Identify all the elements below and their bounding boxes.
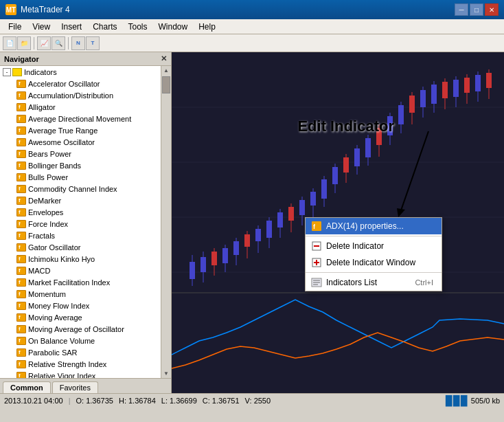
context-item-delete-window[interactable]: Delete Indicator Window	[306, 254, 442, 271]
svg-rect-14	[233, 241, 239, 255]
list-item[interactable]: Gator Oscillator	[0, 241, 171, 253]
menu-view[interactable]: View	[27, 21, 56, 33]
list-item[interactable]: Bulls Power	[0, 171, 171, 183]
navigator-tabs: Common Favorites	[0, 378, 171, 393]
toolbar-btn-chart[interactable]: 📈	[37, 36, 51, 50]
close-button[interactable]: ✕	[485, 3, 499, 16]
list-item[interactable]: Bears Power	[0, 148, 171, 159]
svg-rect-18	[255, 229, 261, 241]
svg-rect-58	[475, 75, 481, 91]
svg-rect-50	[431, 85, 437, 104]
item-label: Fractals	[28, 232, 55, 240]
minimize-button[interactable]: ─	[455, 3, 468, 16]
scrollbar[interactable]: ▲ ▼	[161, 66, 171, 378]
list-item[interactable]: On Balance Volume	[0, 335, 171, 346]
svg-rect-38	[365, 138, 371, 157]
toolbar-btn-open[interactable]: 📁	[17, 36, 31, 50]
list-item[interactable]: Alligator	[0, 101, 171, 113]
menu-file[interactable]: File	[3, 21, 27, 33]
context-menu: f ADX(14) properties... Delete Indicator	[305, 217, 442, 291]
indicator-icon	[16, 173, 26, 181]
list-item[interactable]: Average Directional Movement	[0, 113, 171, 124]
svg-rect-44	[398, 105, 404, 124]
list-item[interactable]: Commodity Channel Index	[0, 183, 171, 195]
item-label: Moving Average of Oscillator	[28, 325, 124, 333]
list-item[interactable]: Momentum	[0, 288, 171, 300]
item-label: Alligator	[28, 103, 56, 111]
item-label: Accelerator Oscillator	[28, 80, 100, 88]
status-date: 2013.10.21 04:00	[4, 397, 63, 405]
list-item[interactable]: DeMarker	[0, 195, 171, 206]
svg-rect-30	[321, 179, 327, 199]
list-item[interactable]: Relative Strength Index	[0, 358, 171, 370]
list-item[interactable]: Money Flow Index	[0, 300, 171, 311]
list-item[interactable]: MACD	[0, 265, 171, 276]
list-item[interactable]: Bollinger Bands	[0, 159, 171, 171]
list-item[interactable]: Market Facilitation Index	[0, 276, 171, 288]
status-low: L: 1.36699	[161, 397, 197, 405]
adx-properties-icon: f	[311, 221, 322, 232]
menu-tools[interactable]: Tools	[123, 21, 153, 33]
svg-rect-56	[464, 78, 470, 93]
item-label: Envelopes	[28, 208, 63, 216]
maximize-button[interactable]: □	[470, 3, 483, 16]
toolbar-btn-new[interactable]: 📄	[3, 36, 16, 50]
tree-indicators-root[interactable]: - Indicators	[0, 66, 171, 78]
menu-window[interactable]: Window	[153, 21, 194, 33]
list-item[interactable]: Moving Average of Oscillator	[0, 323, 171, 335]
item-label: Awesome Oscillator	[28, 138, 95, 146]
list-item[interactable]: Fractals	[0, 230, 171, 241]
item-label: Market Facilitation Index	[28, 278, 110, 287]
indicator-icon	[16, 360, 26, 368]
svg-rect-54	[453, 80, 459, 97]
scroll-up-btn[interactable]: ▲	[163, 67, 169, 74]
context-item-adx-properties[interactable]: f ADX(14) properties...	[306, 218, 442, 234]
item-label: Relative Vigor Index	[28, 372, 95, 379]
item-label: Relative Strength Index	[28, 360, 106, 368]
status-filesize: 505/0 kb	[471, 397, 500, 405]
list-item[interactable]: Awesome Oscillator	[0, 136, 171, 148]
context-item-indicators-list[interactable]: Indicators List Ctrl+I	[306, 274, 442, 291]
menu-help[interactable]: Help	[193, 21, 221, 33]
list-item[interactable]: Envelopes	[0, 206, 171, 218]
context-item-label: Indicators List	[326, 278, 377, 287]
indicator-icon	[16, 337, 26, 345]
list-item[interactable]: Accelerator Oscillator	[0, 78, 171, 89]
menu-bar: File View Insert Charts Tools Window Hel…	[0, 19, 504, 34]
navigator-scroll[interactable]: - Indicators Accelerator Oscillator Accu…	[0, 66, 171, 378]
list-item[interactable]: Relative Vigor Index	[0, 370, 171, 378]
list-item[interactable]: Accumulation/Distribution	[0, 89, 171, 101]
context-sep2	[306, 272, 442, 273]
svg-rect-22	[277, 212, 283, 227]
context-item-label: ADX(14) properties...	[326, 221, 404, 231]
list-item[interactable]: Average True Range	[0, 124, 171, 136]
item-label: Accumulation/Distribution	[28, 91, 113, 100]
scroll-thumb[interactable]	[162, 76, 170, 93]
toolbar-btn-navigator[interactable]: N	[71, 36, 85, 50]
indicator-icon	[16, 290, 26, 298]
list-item[interactable]: Force Index	[0, 218, 171, 230]
svg-rect-26	[299, 200, 305, 215]
navigator-content: - Indicators Accelerator Oscillator Accu…	[0, 66, 171, 378]
toolbar-btn-zoom[interactable]: 🔍	[51, 36, 65, 50]
indicators-label: Indicators	[24, 68, 57, 76]
status-high: H: 1.36784	[119, 397, 156, 405]
navigator-close-btn[interactable]: ✕	[161, 54, 167, 63]
svg-rect-12	[222, 248, 228, 263]
delete-indicator-icon	[311, 241, 322, 252]
list-item[interactable]: Parabolic SAR	[0, 346, 171, 358]
context-item-delete-indicator[interactable]: Delete Indicator	[306, 238, 442, 254]
tab-favorites[interactable]: Favorites	[52, 381, 98, 393]
chart-area[interactable]: Edit Indicator f ADX(14) properties...	[172, 52, 504, 393]
indicator-icon	[16, 80, 26, 88]
main-area: Navigator ✕ - Indicators Accelerator Osc…	[0, 52, 504, 393]
list-item[interactable]: Ichimoku Kinko Hyo	[0, 253, 171, 265]
toolbar-btn-terminal[interactable]: T	[86, 36, 100, 50]
list-item[interactable]: Moving Average	[0, 311, 171, 323]
menu-insert[interactable]: Insert	[56, 21, 87, 33]
scroll-down-btn[interactable]: ▼	[163, 370, 169, 377]
indicator-icon	[16, 162, 26, 170]
tab-common[interactable]: Common	[3, 381, 51, 393]
svg-rect-20	[266, 221, 272, 238]
menu-charts[interactable]: Charts	[87, 21, 122, 33]
